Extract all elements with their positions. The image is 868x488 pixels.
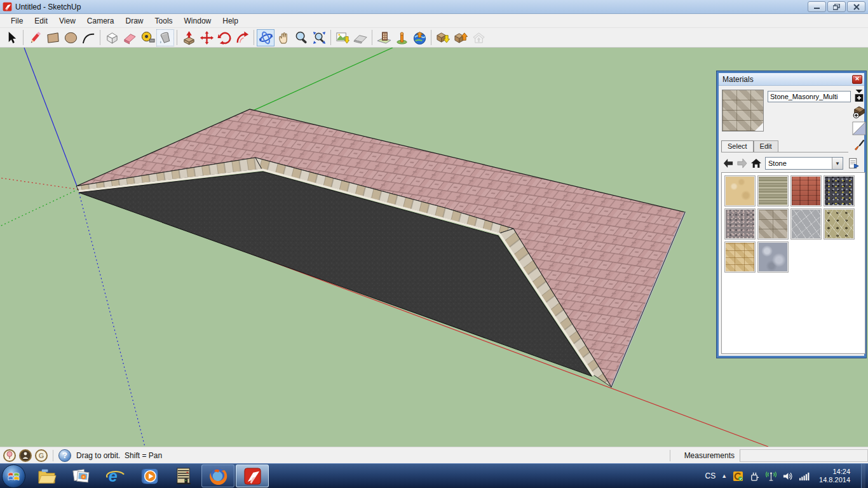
menu-camera[interactable]: Camera xyxy=(81,15,120,27)
get-models-tool[interactable] xyxy=(434,29,452,46)
share-component-tool[interactable] xyxy=(470,29,487,46)
rectangle-icon xyxy=(46,30,60,45)
wireless-network-tray-icon[interactable] xyxy=(766,471,776,482)
materials-nav-row: Stone ▼ xyxy=(721,156,865,170)
material-swatch-marble-blue-gray[interactable] xyxy=(757,241,789,273)
taskbar-photo-viewer[interactable] xyxy=(64,464,97,487)
taskbar-internet-explorer[interactable]: e xyxy=(98,464,132,487)
menu-file[interactable]: File xyxy=(5,15,29,27)
material-swatch-stone-red-rough[interactable] xyxy=(790,175,822,207)
system-tray: CS ▲ 14:24 14.8.2014 xyxy=(705,464,868,488)
show-desktop-button[interactable] xyxy=(861,464,865,488)
rectangle-tool[interactable] xyxy=(44,29,62,46)
material-preview xyxy=(722,90,764,132)
share-model-icon xyxy=(454,30,468,45)
material-swatch-stone-masonry-multi[interactable] xyxy=(757,208,789,240)
building-maker-tool[interactable] xyxy=(393,29,410,46)
pencil-icon xyxy=(28,30,43,45)
material-name-input[interactable] xyxy=(768,91,851,102)
minimize-button[interactable] xyxy=(808,1,826,12)
tab-edit[interactable]: Edit xyxy=(754,140,778,152)
materials-panel-titlebar[interactable]: Materials ✕ xyxy=(719,73,864,86)
zoom-tool[interactable] xyxy=(292,29,310,46)
taskbar-explorer[interactable] xyxy=(30,464,63,487)
restore-icon xyxy=(833,4,840,10)
taskbar-firefox[interactable] xyxy=(201,464,234,487)
language-indicator[interactable]: CS xyxy=(705,471,715,480)
ie-icon: e xyxy=(105,466,125,486)
toggle-terrain-tool[interactable] xyxy=(351,29,369,46)
material-swatch-sandstone-yellow[interactable] xyxy=(724,175,756,207)
claim-credit-icon[interactable] xyxy=(19,449,32,462)
pan-tool[interactable] xyxy=(275,29,292,46)
component-box-icon xyxy=(105,30,119,45)
create-material-button[interactable] xyxy=(852,105,866,119)
rotate-tool[interactable] xyxy=(215,29,233,46)
antivirus-tray-icon[interactable] xyxy=(733,471,743,482)
power-plug-tray-icon[interactable] xyxy=(749,471,760,482)
taskbar-sketchup[interactable] xyxy=(236,464,269,487)
move-tool[interactable] xyxy=(198,29,215,46)
orbit-tool[interactable] xyxy=(257,29,275,46)
push-pull-tool[interactable] xyxy=(180,29,198,46)
restore-button[interactable] xyxy=(827,1,846,12)
select-tool[interactable] xyxy=(3,29,20,46)
menu-help[interactable]: Help xyxy=(217,15,244,27)
dropdown-arrow-button[interactable]: ▼ xyxy=(832,158,843,169)
help-icon[interactable]: ? xyxy=(58,449,71,462)
secondary-pane-button[interactable] xyxy=(852,88,866,102)
orbit-icon xyxy=(259,30,273,45)
default-material-icon xyxy=(852,121,866,136)
close-button[interactable] xyxy=(847,1,865,12)
taskbar: e CS ▲ 14:24 14.8.2014 xyxy=(0,463,868,488)
make-component-tool[interactable] xyxy=(103,29,121,46)
sample-paint-button[interactable] xyxy=(852,138,866,152)
taskbar-building-app[interactable] xyxy=(167,464,200,487)
push-pull-icon xyxy=(182,30,196,45)
tab-select[interactable]: Select xyxy=(721,140,754,152)
material-swatch-granite-gray-pink[interactable] xyxy=(724,208,756,240)
forward-arrow-button[interactable] xyxy=(735,157,749,170)
pan-hand-icon xyxy=(276,30,291,45)
signal-bars-tray-icon[interactable] xyxy=(799,471,810,482)
default-material-button[interactable] xyxy=(852,121,866,135)
material-swatch-granite-dark-speckled[interactable] xyxy=(824,175,855,207)
line-tool[interactable] xyxy=(26,29,44,46)
offset-tool[interactable] xyxy=(233,29,251,46)
add-location-tool[interactable] xyxy=(334,29,351,46)
materials-close-button[interactable]: ✕ xyxy=(852,75,862,84)
menu-window[interactable]: Window xyxy=(179,15,217,27)
material-swatch-stacked-slate-green[interactable] xyxy=(757,175,789,207)
measurements-box[interactable] xyxy=(740,449,868,462)
material-swatch-flagstone-olive[interactable] xyxy=(824,208,855,240)
arc-tool[interactable] xyxy=(79,29,97,46)
back-arrow-button[interactable] xyxy=(721,157,735,170)
google-credit-icon[interactable]: G xyxy=(35,449,48,462)
photo-textures-tool[interactable] xyxy=(375,29,393,46)
tray-clock[interactable]: 14:24 14.8.2014 xyxy=(819,468,850,484)
paint-bucket-tool[interactable] xyxy=(156,29,174,46)
menu-view[interactable]: View xyxy=(53,15,81,27)
ramp-model[interactable] xyxy=(76,109,685,387)
material-swatch-ashlar-tan[interactable] xyxy=(724,241,756,273)
zoom-extents-tool[interactable] xyxy=(310,29,328,46)
circle-tool[interactable] xyxy=(62,29,79,46)
hidden-icons-arrow[interactable]: ▲ xyxy=(721,473,727,479)
material-swatch-flagstone-gray[interactable] xyxy=(790,208,822,240)
tape-measure-tool[interactable] xyxy=(139,29,156,46)
get-models-icon xyxy=(436,30,451,45)
share-model-tool[interactable] xyxy=(452,29,470,46)
home-button[interactable] xyxy=(749,157,763,170)
geolocation-status-icon[interactable] xyxy=(3,449,16,462)
taskbar-media-player[interactable] xyxy=(133,464,166,487)
google-earth-tool[interactable] xyxy=(410,29,428,46)
close-icon xyxy=(853,4,860,10)
eraser-tool[interactable] xyxy=(121,29,139,46)
start-button[interactable] xyxy=(2,464,25,488)
menu-draw[interactable]: Draw xyxy=(120,15,149,27)
collection-dropdown[interactable]: Stone ▼ xyxy=(765,157,843,170)
details-button[interactable] xyxy=(846,157,860,170)
menu-tools[interactable]: Tools xyxy=(149,15,179,27)
menu-edit[interactable]: Edit xyxy=(29,15,53,27)
volume-tray-icon[interactable] xyxy=(782,471,793,482)
